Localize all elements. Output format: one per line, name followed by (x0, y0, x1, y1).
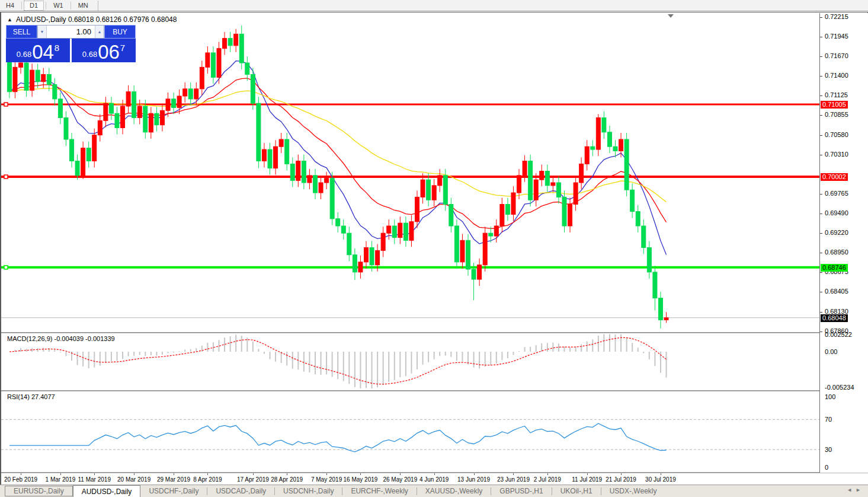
price-tick-label: 0.71670 (825, 53, 848, 59)
chart-tab-audusd-daily[interactable]: AUDUSD-,Daily (73, 485, 141, 497)
sell-button[interactable]: SELL (6, 25, 37, 39)
price-tick-label: 0.72215 (825, 14, 848, 20)
buy-price-sup: 7 (120, 43, 125, 53)
axis-tick-mark (820, 155, 822, 155)
date-tick-mark (134, 473, 134, 475)
macd-pane[interactable]: MACD(12,26,9) -0.004039 -0.001339 (1, 333, 819, 390)
axis-tick-mark (820, 292, 822, 292)
price-level-tag: 0.68746 (821, 264, 848, 272)
volume-input[interactable]: 1.00 (47, 26, 95, 38)
timeframe-button-mn[interactable]: MN (73, 1, 94, 11)
toolbar-separator (71, 2, 71, 9)
rsi-axis-label: 70 (825, 416, 832, 423)
date-label: 29 Mar 2019 (157, 476, 190, 483)
date-tick-mark (474, 473, 475, 475)
toolbar-separator (46, 2, 46, 9)
chart-tab-usdcnh-daily[interactable]: USDCNH-,Daily (275, 485, 342, 497)
date-tick-mark (513, 473, 514, 475)
rsi-axis-label: 100 (825, 394, 835, 400)
volume-decrease-icon[interactable]: ▼ (38, 26, 47, 38)
date-tick-mark (287, 473, 287, 475)
date-label: 7 May 2019 (311, 476, 342, 483)
price-tick-label: 0.69220 (825, 230, 848, 236)
macd-axis-label: 0.00 (825, 349, 837, 355)
axis-tick-mark (820, 17, 822, 18)
date-tick-mark (326, 473, 327, 475)
chart-tab-ukoil-h1[interactable]: UKOil-,H1 (552, 485, 601, 497)
axis-tick-mark (820, 233, 822, 234)
date-label: 11 Mar 2019 (78, 476, 111, 483)
date-label: 20 Mar 2019 (117, 476, 150, 483)
price-tick-label: 0.70310 (825, 151, 848, 158)
price-tick-label: 0.71125 (825, 92, 848, 98)
tab-scroll-right-icon[interactable]: ► (856, 487, 864, 493)
date-label: 28 Apr 2019 (271, 476, 303, 483)
tab-scroll-arrows[interactable]: ◄► (847, 487, 864, 493)
oneclick-collapse-icon[interactable]: ▲ (7, 17, 12, 23)
date-label: 2 Jul 2019 (534, 476, 561, 483)
buy-price-display[interactable]: 0.68067 (72, 39, 136, 62)
chart-tab-xauusd-weekly[interactable]: XAUUSD-,Weekly (417, 485, 491, 497)
date-label: 11 Jul 2019 (572, 476, 602, 483)
chart-tab-eurusd-daily[interactable]: EURUSD-,Daily (5, 486, 73, 496)
date-tick-mark (174, 473, 174, 475)
date-tick-mark (434, 473, 435, 475)
chart-tab-usdcad-daily[interactable]: USDCAD-,Daily (207, 485, 274, 497)
date-axis[interactable]: 20 Feb 20191 Mar 201911 Mar 201920 Mar 2… (1, 473, 868, 485)
buy-price-big: 06 (98, 43, 120, 61)
price-tick-label: 0.69765 (825, 190, 848, 197)
oneclick-trading-panel: SELL ▼ 1.00 ▲ BUY 0.68048 0.68067 (6, 25, 136, 62)
sell-price-big: 04 (32, 43, 54, 61)
timeframe-button-h4[interactable]: H4 (1, 1, 20, 11)
chart-tab-usdx-weekly[interactable]: USDX-,Weekly (601, 485, 665, 497)
axis-tick-mark (820, 253, 822, 253)
price-tick-label: 0.71400 (825, 72, 848, 79)
macd-axis-label: 0.002522 (825, 332, 852, 338)
date-tick-mark (60, 473, 61, 475)
rsi-pane[interactable]: RSI(14) 27.4077 (1, 391, 819, 473)
rsi-canvas (1, 391, 819, 473)
timeframe-button-d1[interactable]: D1 (24, 1, 44, 11)
macd-axis-label: -0.005234 (825, 384, 854, 391)
price-tick-label: 0.70855 (825, 111, 848, 118)
axis-tick-mark (820, 332, 822, 332)
chart-window: MACD(12,26,9) -0.004039 -0.001339 RSI(14… (0, 12, 868, 485)
buy-price-frac: 0.68 (82, 50, 97, 59)
sell-price-display[interactable]: 0.68048 (6, 39, 70, 62)
axis-tick-mark (820, 312, 822, 313)
date-label: 30 Jul 2019 (645, 476, 676, 483)
sell-price-frac: 0.68 (17, 50, 31, 59)
date-label: 13 Jun 2019 (457, 476, 490, 483)
price-level-tag: 0.68048 (821, 314, 848, 322)
axis-tick-mark (820, 214, 822, 214)
date-label: 20 Feb 2019 (4, 476, 37, 483)
chart-tab-usdchf-daily[interactable]: USDCHF-,Daily (140, 485, 207, 497)
symbol-ohlc-text: AUDUSD-,Daily 0.68018 0.68126 0.67976 0.… (16, 15, 177, 24)
price-tick-label: 0.69490 (825, 210, 848, 216)
symbol-header: ▲ AUDUSD-,Daily 0.68018 0.68126 0.67976 … (7, 15, 177, 24)
tab-scroll-left-icon[interactable]: ◄ (847, 487, 856, 493)
chart-tab-bar: EURUSD-,DailyAUDUSD-,DailyUSDCHF-,DailyU… (0, 485, 868, 497)
axis-tick-mark (820, 272, 822, 273)
date-tick-mark (547, 473, 548, 475)
axis-tick-mark (820, 76, 822, 77)
price-tick-label: 0.68405 (825, 288, 848, 295)
axis-tick-mark (820, 135, 822, 136)
volume-increase-icon[interactable]: ▲ (95, 26, 104, 38)
chart-tab-eurchf-weekly[interactable]: EURCHF-,Weekly (342, 485, 416, 497)
toolbar-separator (98, 1, 98, 11)
timeframe-button-w1[interactable]: W1 (48, 1, 69, 11)
date-tick-mark (207, 473, 208, 475)
price-tick-label: 0.68950 (825, 249, 848, 256)
chart-tab-gbpusd-h1[interactable]: GBPUSD-,H1 (491, 485, 551, 497)
price-tick-label: 0.70580 (825, 132, 848, 138)
axis-tick-mark (820, 37, 822, 37)
price-axis[interactable]: 0.722150.719450.716700.714000.711250.708… (819, 13, 868, 473)
date-tick-mark (400, 473, 401, 475)
date-tick-mark (21, 473, 21, 475)
rsi-axis-label: 0 (825, 464, 828, 471)
date-label: 4 Jun 2019 (419, 476, 449, 483)
price-tick-label: 0.71945 (825, 33, 848, 40)
date-label: 21 Jul 2019 (606, 476, 636, 483)
buy-button[interactable]: BUY (104, 25, 136, 39)
